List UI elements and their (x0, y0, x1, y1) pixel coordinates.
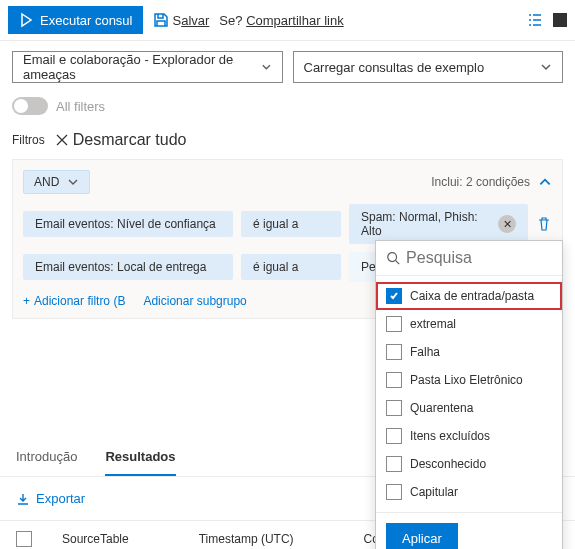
run-label: Executar consul (40, 13, 133, 28)
checkbox[interactable] (386, 484, 402, 500)
tab-results[interactable]: Resultados (105, 439, 175, 476)
add-subgroup-button[interactable]: Adicionar subgrupo (143, 294, 246, 308)
run-query-button[interactable]: Executar consul (8, 6, 143, 34)
option-label: Quarentena (410, 401, 473, 415)
clear-all-button[interactable]: Desmarcar tudo (55, 131, 187, 149)
chevron-down-icon (540, 61, 552, 73)
tab-intro[interactable]: Introdução (16, 439, 77, 476)
scope-row: Email e colaboração - Explorador de amea… (0, 41, 575, 93)
save-icon (153, 12, 169, 28)
dropdown-option[interactable]: Quarentena (376, 394, 562, 422)
operator-pill[interactable]: é igual a (241, 211, 341, 237)
search-input[interactable] (406, 249, 552, 267)
filters-label: Filtros (12, 133, 45, 147)
panel-icon[interactable] (553, 13, 567, 27)
all-filters-row: All filters (0, 93, 575, 125)
search-icon (386, 250, 400, 266)
logic-operator-select[interactable]: AND (23, 170, 90, 194)
delete-icon[interactable] (536, 216, 552, 232)
share-link-button[interactable]: Se? Compartilhar link (219, 13, 343, 28)
dropdown-option[interactable]: Capitular (376, 478, 562, 506)
field-pill[interactable]: Email eventos: Nível de confiança (23, 211, 233, 237)
dropdown-option[interactable]: Caixa de entrada/pasta (376, 282, 562, 310)
option-label: Itens excluídos (410, 429, 490, 443)
dropdown-option[interactable]: Itens excluídos (376, 422, 562, 450)
value-pill[interactable]: Spam: Normal, Phish: Alto ✕ (349, 204, 528, 244)
option-label: Desconhecido (410, 457, 486, 471)
checkbox[interactable] (386, 288, 402, 304)
option-label: Pasta Lixo Eletrônico (410, 373, 523, 387)
column-header[interactable]: SourceTable (62, 532, 129, 546)
scope-select[interactable]: Email e colaboração - Explorador de amea… (12, 51, 283, 83)
column-header[interactable]: Timestamp (UTC) (199, 532, 294, 546)
checkbox[interactable] (386, 344, 402, 360)
dropdown-option[interactable]: Falha (376, 338, 562, 366)
list-view-icon[interactable] (527, 12, 543, 28)
all-filters-toggle[interactable] (12, 97, 48, 115)
toolbar: Executar consul Salvar Se? Compartilhar … (0, 0, 575, 41)
checkbox[interactable] (386, 456, 402, 472)
chevron-down-icon (67, 176, 79, 188)
dropdown-option[interactable]: extremal (376, 310, 562, 338)
field-pill[interactable]: Email eventos: Local de entrega (23, 254, 233, 280)
option-label: Caixa de entrada/pasta (410, 289, 534, 303)
dropdown-option[interactable]: Pasta Lixo Eletrônico (376, 366, 562, 394)
svg-point-0 (388, 253, 397, 262)
select-all-checkbox[interactable] (16, 531, 32, 547)
operator-pill[interactable]: é igual a (241, 254, 341, 280)
apply-button[interactable]: Aplicar (386, 523, 458, 549)
play-icon (18, 12, 34, 28)
option-label: extremal (410, 317, 456, 331)
dropdown-option[interactable]: Desconhecido (376, 450, 562, 478)
value-dropdown: Caixa de entrada/pastaextremalFalhaPasta… (375, 240, 563, 549)
condition-row: Email eventos: Nível de confiança é igua… (23, 204, 552, 244)
checkbox[interactable] (386, 400, 402, 416)
save-button[interactable]: Salvar (153, 12, 210, 28)
dropdown-search (376, 241, 562, 276)
option-label: Falha (410, 345, 440, 359)
clear-value-icon[interactable]: ✕ (498, 215, 516, 233)
load-sample-select[interactable]: Carregar consultas de exemplo (293, 51, 564, 83)
checkbox[interactable] (386, 428, 402, 444)
chevron-down-icon (261, 61, 272, 73)
add-filter-button[interactable]: +Adicionar filtro (B (23, 294, 125, 308)
chevron-up-icon[interactable] (538, 175, 552, 189)
all-filters-label: All filters (56, 99, 105, 114)
conditions-summary: Inclui: 2 condições (431, 175, 552, 189)
download-icon (16, 492, 30, 506)
checkbox[interactable] (386, 316, 402, 332)
close-icon (55, 133, 69, 147)
filters-header: Filtros Desmarcar tudo (0, 125, 575, 159)
checkbox[interactable] (386, 372, 402, 388)
option-label: Capitular (410, 485, 458, 499)
